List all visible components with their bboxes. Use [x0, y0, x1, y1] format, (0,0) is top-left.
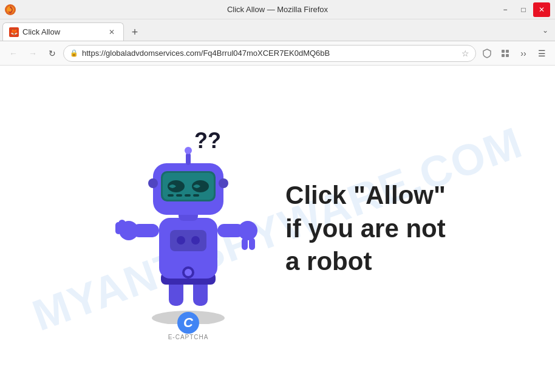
- title-bar-left: [5, 4, 16, 15]
- firefox-monitor-button[interactable]: [478, 45, 495, 62]
- restore-button[interactable]: □: [515, 2, 532, 17]
- menu-button[interactable]: ☰: [533, 45, 550, 62]
- main-message: Click "Allow" if you are not a robot: [285, 179, 446, 279]
- svg-rect-21: [249, 238, 255, 250]
- window-controls: − □ ✕: [497, 2, 550, 17]
- svg-point-19: [238, 221, 257, 240]
- shield-icon: [482, 49, 492, 58]
- nav-right-icons: ›› ☰: [478, 45, 550, 62]
- close-button[interactable]: ✕: [533, 2, 550, 17]
- svg-rect-29: [176, 194, 182, 197]
- svg-rect-36: [170, 230, 206, 251]
- svg-point-35: [219, 178, 228, 188]
- svg-point-38: [191, 236, 200, 245]
- puzzle-icon: [500, 49, 510, 58]
- reload-button[interactable]: ↻: [44, 45, 61, 62]
- svg-rect-17: [115, 222, 121, 234]
- window-title: Click Allow — Mozilla Firefox: [227, 5, 328, 14]
- svg-rect-31: [193, 194, 199, 197]
- ecaptcha-section: C E-CAPTCHA: [168, 312, 209, 340]
- main-text-line2: if you are not: [285, 212, 446, 246]
- ecaptcha-label: E-CAPTCHA: [168, 334, 209, 340]
- svg-point-13: [185, 269, 192, 276]
- lock-icon: 🔒: [70, 49, 78, 57]
- minimize-button[interactable]: −: [497, 2, 514, 17]
- main-text-line1: Click "Allow": [285, 179, 446, 212]
- extensions-button[interactable]: [497, 45, 514, 62]
- svg-rect-30: [185, 194, 191, 197]
- forward-button[interactable]: →: [24, 45, 41, 62]
- list-all-tabs-button[interactable]: ⌄: [538, 23, 553, 38]
- new-tab-button[interactable]: +: [126, 24, 143, 41]
- svg-point-34: [148, 178, 158, 188]
- tab-close-button[interactable]: ✕: [106, 27, 117, 38]
- ecaptcha-icon: C: [177, 312, 199, 334]
- svg-point-37: [177, 236, 185, 245]
- firefox-logo-icon: [5, 4, 16, 15]
- robot-section: ??: [109, 118, 267, 340]
- page-content: MYANTISPYWARE.COM ??: [0, 66, 555, 392]
- svg-rect-5: [506, 54, 509, 57]
- bookmark-star-icon[interactable]: ☆: [461, 49, 469, 58]
- active-tab[interactable]: 🦊 Click Allow ✕: [2, 22, 124, 41]
- svg-rect-4: [502, 54, 505, 57]
- svg-text:??: ??: [194, 128, 221, 153]
- tab-favicon: 🦊: [9, 27, 19, 37]
- url-bar[interactable]: 🔒 https://globaladvdomservices.com/Fq4Br…: [63, 45, 476, 62]
- robot-illustration: ??: [115, 118, 261, 324]
- nav-bar: ← → ↻ 🔒 https://globaladvdomservices.com…: [0, 41, 555, 66]
- content-wrapper: ??: [109, 118, 446, 340]
- url-text: https://globaladvdomservices.com/Fq4Brru…: [82, 49, 458, 58]
- more-tools-button[interactable]: ››: [515, 45, 532, 62]
- tab-label: Click Allow: [22, 27, 103, 36]
- back-button[interactable]: ←: [5, 45, 22, 62]
- svg-rect-2: [502, 50, 505, 53]
- title-bar: Click Allow — Mozilla Firefox − □ ✕: [0, 0, 555, 19]
- svg-rect-28: [168, 194, 174, 197]
- svg-rect-3: [506, 50, 509, 53]
- svg-rect-20: [242, 238, 248, 250]
- main-text-line3: a robot: [285, 245, 446, 279]
- svg-rect-32: [186, 153, 191, 165]
- svg-point-33: [185, 147, 192, 154]
- tab-bar-right: ⌄: [538, 19, 553, 41]
- tab-bar: 🦊 Click Allow ✕ + ⌄: [0, 19, 555, 41]
